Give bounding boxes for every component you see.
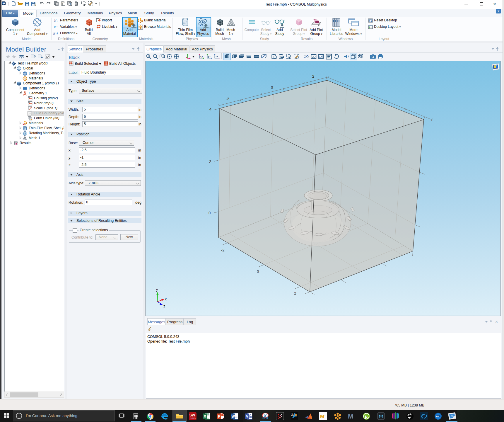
svg-text:zx: zx <box>216 55 218 58</box>
svg-text:xy: xy <box>200 55 203 58</box>
svg-text:2: 2 <box>209 159 211 164</box>
svg-text:i: i <box>57 20 57 23</box>
svg-text:2: 2 <box>312 74 314 79</box>
svg-text:y: y <box>156 287 158 292</box>
svg-text:-2: -2 <box>221 248 225 252</box>
svg-text:W: W <box>232 414 235 418</box>
svg-text:3s: 3s <box>291 413 294 416</box>
svg-text:0: 0 <box>209 211 211 215</box>
svg-text:2015: 2015 <box>190 417 196 420</box>
svg-text:f(x): f(x) <box>53 31 58 35</box>
svg-text:M’: M’ <box>320 414 326 419</box>
svg-text:SW: SW <box>189 413 195 417</box>
svg-text:yz: yz <box>208 55 211 58</box>
svg-text:z: z <box>163 304 165 308</box>
svg-text:*: * <box>31 111 32 113</box>
svg-text:a=: a= <box>54 25 58 29</box>
svg-text:μ: μ <box>365 414 368 419</box>
svg-text:M: M <box>348 413 353 420</box>
svg-text:X: X <box>204 414 206 418</box>
svg-text:x: x <box>165 297 167 301</box>
svg-text:V: V <box>246 414 249 418</box>
svg-text:-2: -2 <box>226 97 229 101</box>
svg-text:0: 0 <box>257 269 259 274</box>
svg-text:4: 4 <box>209 107 211 111</box>
svg-text:0: 0 <box>271 85 273 90</box>
svg-text:2: 2 <box>294 291 296 295</box>
svg-text:P: P <box>218 414 221 418</box>
svg-text:P: P <box>54 18 57 23</box>
